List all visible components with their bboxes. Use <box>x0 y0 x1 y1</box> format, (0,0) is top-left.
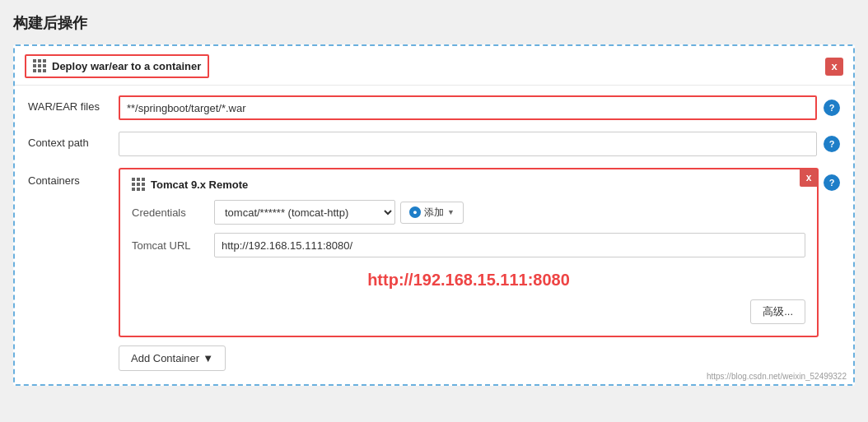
credentials-select[interactable]: tomcat/****** (tomcat-http) <box>214 200 395 225</box>
add-container-arrow: ▼ <box>203 352 213 364</box>
tomcat-close-button[interactable]: x <box>800 169 818 187</box>
tomcat-url-input-group <box>214 233 805 257</box>
war-ear-row: WAR/EAR files ? <box>28 95 840 120</box>
card-title-text: Deploy war/ear to a container <box>52 60 201 72</box>
tomcat-drag-icon <box>132 178 146 192</box>
add-credentials-icon: ● <box>409 206 421 218</box>
form-body: WAR/EAR files ? Context path ? Container… <box>15 86 853 384</box>
advanced-button[interactable]: 高级... <box>750 299 805 324</box>
page-title: 构建后操作 <box>13 13 855 33</box>
context-path-label: Context path <box>28 132 119 149</box>
context-path-input-area: ? <box>119 132 840 156</box>
tomcat-url-row: Tomcat URL <box>132 233 805 257</box>
containers-help-icon[interactable]: ? <box>824 174 840 191</box>
tomcat-title-area: Tomcat 9.x Remote <box>132 178 248 192</box>
tomcat-url-input[interactable] <box>214 233 805 257</box>
tomcat-card: x Tomcat 9.x Remote <box>119 168 819 337</box>
add-container-button[interactable]: Add Container ▼ <box>119 345 226 371</box>
containers-help-col: ? <box>824 168 840 191</box>
url-highlight-text: http://192.168.15.111:8080 <box>132 266 805 293</box>
war-ear-input[interactable] <box>119 95 817 120</box>
add-credentials-arrow: ▼ <box>447 208 455 216</box>
watermark: https://blog.csdn.net/weixin_52499322 <box>707 372 847 381</box>
add-credentials-label: 添加 <box>424 206 444 220</box>
context-path-input[interactable] <box>119 132 817 156</box>
context-path-row: Context path ? <box>28 132 840 156</box>
war-ear-help-icon[interactable]: ? <box>824 100 840 116</box>
drag-grid-icon <box>33 59 47 73</box>
tomcat-title-text: Tomcat 9.x Remote <box>151 179 248 191</box>
tomcat-url-label: Tomcat URL <box>132 239 214 252</box>
card-title-area: Deploy war/ear to a container <box>25 54 209 78</box>
credentials-label: Credentials <box>132 206 214 219</box>
card-header: Deploy war/ear to a container x <box>15 46 853 86</box>
containers-outer-row: Containers x <box>28 168 840 371</box>
page-wrapper: 构建后操作 Deploy war/ear to a container x WA… <box>0 0 868 422</box>
add-credentials-button[interactable]: ● 添加 ▼ <box>400 202 464 224</box>
context-path-help-icon[interactable]: ? <box>824 136 840 152</box>
main-card: Deploy war/ear to a container x WAR/EAR … <box>13 44 855 386</box>
advanced-area: 高级... <box>132 299 805 324</box>
war-ear-input-area: ? <box>119 95 840 120</box>
card-close-button[interactable]: x <box>825 58 843 76</box>
credentials-input-group: tomcat/****** (tomcat-http) ● 添加 ▼ <box>214 200 805 225</box>
add-container-label: Add Container <box>131 352 199 364</box>
tomcat-card-header: Tomcat 9.x Remote <box>132 178 805 192</box>
war-ear-label: WAR/EAR files <box>28 95 119 113</box>
containers-content: x Tomcat 9.x Remote <box>119 168 819 371</box>
containers-label: Containers <box>28 168 119 187</box>
credentials-row: Credentials tomcat/****** (tomcat-http) … <box>132 200 805 225</box>
